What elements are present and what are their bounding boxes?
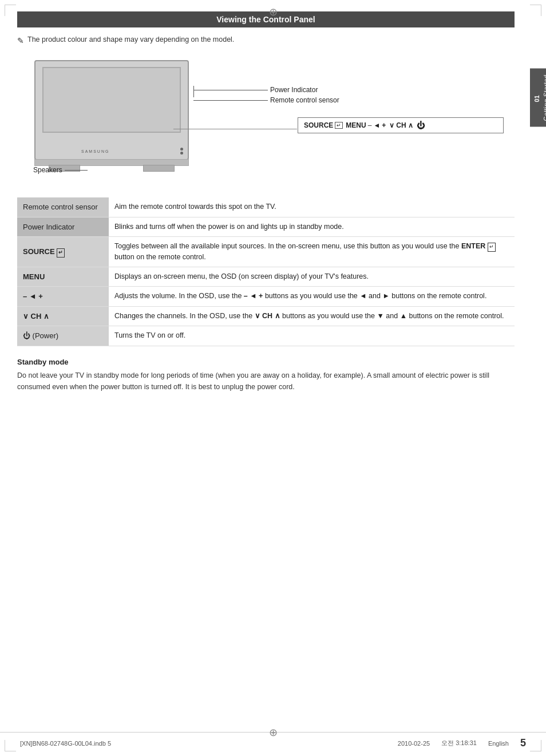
power-indicator-label: Power Indicator — [268, 86, 318, 94]
tv-foot-right — [143, 165, 175, 172]
table-cell-label: ⏻ (Power) — [17, 326, 109, 346]
remote-sensor-label-group: Remote control sensor — [193, 96, 339, 104]
tab-label: Getting Started — [543, 74, 546, 121]
source-ctrl: SOURCE — [304, 121, 333, 129]
note-text: The product colour and shape may vary de… — [27, 35, 234, 43]
table-cell-description: Toggles between all the available input … — [109, 237, 515, 267]
controls-box: SOURCE ↵ MENU – ◄ + ∨ CH ∧ ⏻ — [298, 117, 504, 133]
table-cell-label: ∨ CH ∧ — [17, 306, 109, 326]
speakers-label-group: Speakers — [33, 166, 88, 174]
power-ctrl: ⏻ — [417, 121, 425, 130]
ch-ctrl: CH — [396, 121, 406, 129]
footer-file: [XN]BN68-02748G-00L04.indb 5 — [20, 740, 111, 747]
table-row: Remote control sensorAim the remote cont… — [17, 197, 515, 217]
vol-ctrl: ◄ — [373, 121, 380, 129]
table-row: ⏻ (Power)Turns the TV on or off. — [17, 326, 515, 346]
sep1: – — [368, 121, 372, 129]
compass-bottom: ⊕ — [269, 726, 278, 739]
menu-ctrl: MENU — [346, 121, 366, 129]
vol-plus: + — [382, 121, 386, 129]
note-line: ✎ The product colour and shape may vary … — [17, 35, 515, 45]
ch-up: ∧ — [408, 121, 413, 129]
note-icon: ✎ — [17, 36, 24, 45]
power-indicator-label-group: Power Indicator — [193, 86, 318, 94]
table-cell-description: Changes the channels. In the OSD, use th… — [109, 306, 515, 326]
footer-language: English — [488, 740, 509, 747]
footer-time: 오전 3:18:31 — [441, 739, 477, 747]
remote-sensor-label: Remote control sensor — [268, 96, 339, 104]
table-cell-label: Power Indicator — [17, 217, 109, 237]
page-number: 5 — [520, 737, 526, 749]
ch-down: ∨ — [389, 121, 394, 129]
footer-date: 2010-02-25 — [398, 740, 430, 747]
diagram-container: SAMSUNG Power Indicator Remote control s… — [17, 54, 504, 192]
speakers-line — [65, 170, 88, 171]
feature-table: Remote control sensorAim the remote cont… — [17, 197, 515, 346]
table-cell-label: MENU — [17, 267, 109, 287]
table-row: SOURCE ↵Toggles between all the availabl… — [17, 237, 515, 267]
table-cell-label: – ◄ + — [17, 287, 109, 307]
table-cell-description: Blinks and turns off when the power is o… — [109, 217, 515, 237]
table-cell-description: Displays an on-screen menu, the OSD (on … — [109, 267, 515, 287]
speakers-label: Speakers — [33, 166, 65, 174]
table-row: MENUDisplays an on-screen menu, the OSD … — [17, 267, 515, 287]
table-cell-description: Aim the remote control towards this spot… — [109, 197, 515, 217]
standby-title: Standby mode — [17, 358, 515, 366]
table-cell-description: Adjusts the volume. In the OSD, use the … — [109, 287, 515, 307]
tv-screen — [42, 67, 181, 133]
remote-line — [193, 100, 268, 101]
table-cell-label: Remote control sensor — [17, 197, 109, 217]
table-row: – ◄ +Adjusts the volume. In the OSD, use… — [17, 287, 515, 307]
side-tab-getting-started: 01 Getting Started — [530, 69, 546, 127]
power-line — [193, 90, 268, 90]
tv-power-dot — [180, 152, 183, 155]
table-cell-description: Turns the TV on or off. — [109, 326, 515, 346]
standby-text: Do not leave your TV in standby mode for… — [17, 370, 515, 393]
corner-tl — [5, 5, 16, 16]
main-content: Viewing the Control Panel ✎ The product … — [17, 11, 520, 393]
section-title: Viewing the Control Panel — [17, 11, 515, 27]
table-cell-label: SOURCE ↵ — [17, 237, 109, 267]
source-enter-symbol: ↵ — [335, 122, 343, 129]
vertical-connector — [193, 86, 194, 97]
footer-right: 2010-02-25 오전 3:18:31 English 5 — [398, 737, 526, 749]
table-row: Power IndicatorBlinks and turns off when… — [17, 217, 515, 237]
controls-connector-line — [173, 129, 297, 129]
corner-tr — [530, 5, 541, 16]
tab-number: 01 — [533, 96, 540, 102]
tv-frame: SAMSUNG — [34, 60, 189, 160]
compass-top: ⊕ — [269, 6, 278, 18]
tv-brand: SAMSUNG — [81, 149, 109, 153]
tv-sensor-dot — [180, 148, 183, 151]
tv-illustration: SAMSUNG — [34, 60, 200, 183]
table-row: ∨ CH ∧Changes the channels. In the OSD, … — [17, 306, 515, 326]
